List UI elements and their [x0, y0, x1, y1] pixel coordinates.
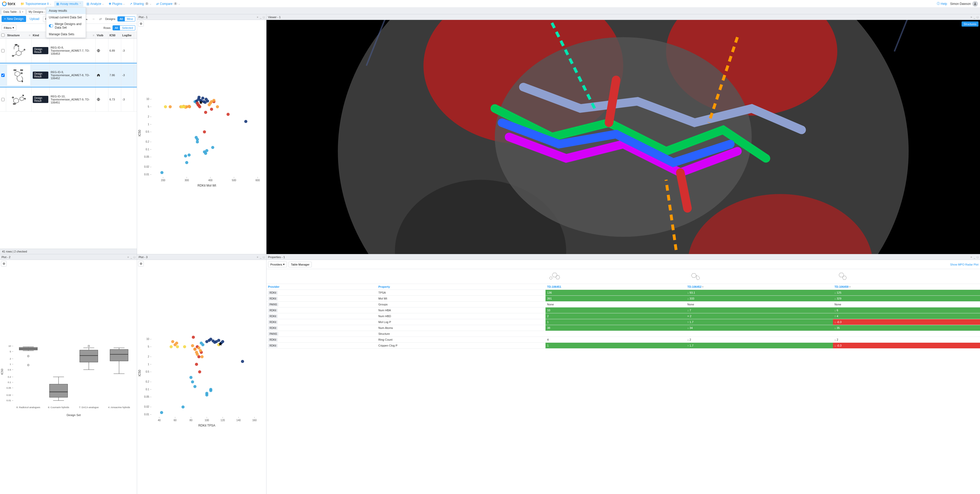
designs-all[interactable]: All	[118, 17, 125, 21]
arrow-right-icon[interactable]: →	[91, 16, 96, 21]
svg-text:160: 160	[252, 419, 256, 422]
close-icon[interactable]: ×	[849, 285, 851, 288]
close-icon[interactable]: ×	[22, 10, 23, 13]
radar-plot-link[interactable]: Show MPO Radar Plot	[950, 263, 978, 266]
property-value: ↓ -0.3	[833, 319, 980, 325]
nav-project[interactable]: 📁 Topoisomerase II ⌵	[18, 1, 53, 6]
viewer-3d-canvas[interactable]: Structures	[266, 20, 980, 254]
property-name: Mol Log P	[377, 319, 546, 325]
property-row: RDKitCrippen Clog P1↑ 1.7↓ -0.3	[266, 343, 980, 349]
molecule-thumbnail[interactable]: OHOHClS	[7, 65, 30, 85]
property-value: 4	[546, 337, 686, 343]
minimize-icon[interactable]: _	[130, 256, 132, 259]
new-design-button[interactable]: + New Design	[2, 16, 26, 22]
table-row[interactable]: ClHONNDesign ResultREG-ID-10, Topoisomer…	[0, 87, 137, 112]
column-menu-icon[interactable]: ≡	[29, 34, 30, 37]
table-manager-button[interactable]: Table Manager	[288, 262, 312, 267]
filters-button[interactable]: Filters ▾	[2, 25, 16, 31]
help-link[interactable]: ⓘ Help	[937, 2, 947, 6]
nav-plugins[interactable]: ✚ Plugins ⌵	[107, 1, 127, 6]
select-all-checkbox[interactable]	[1, 33, 5, 37]
dd-assay-results[interactable]: Assay results	[46, 7, 86, 14]
dd-manage[interactable]: Manage Data Sets	[46, 31, 86, 38]
nav-compare[interactable]: ⇄ Compare 8 ⌵	[154, 1, 182, 6]
maximize-icon[interactable]: □	[134, 256, 135, 259]
svg-point-218	[201, 343, 204, 346]
column-menu-icon[interactable]: ≡	[93, 34, 94, 37]
minimize-icon[interactable]: _	[974, 256, 975, 259]
plot-settings-button[interactable]: ⚙	[138, 21, 144, 27]
close-icon[interactable]: ×	[970, 256, 972, 259]
property-value: 1	[546, 343, 686, 349]
swap-icon[interactable]: ⇄	[98, 16, 103, 21]
svg-point-70	[197, 95, 200, 98]
molecule-thumbnail[interactable]: ClHONN	[7, 89, 30, 110]
folder-icon: 📁	[21, 2, 24, 6]
svg-text:0.1: 0.1	[146, 148, 149, 151]
close-icon[interactable]: ×	[127, 256, 129, 259]
svg-point-248	[199, 349, 202, 352]
upload-button[interactable]: Upload	[28, 16, 41, 22]
svg-point-57	[188, 154, 191, 157]
user-menu[interactable]: Simon Dawson	[950, 1, 978, 6]
visibility-cell[interactable]	[95, 38, 108, 63]
plot-settings-button[interactable]: ⚙	[1, 261, 6, 267]
svg-line-4	[21, 51, 24, 52]
dd-merge[interactable]: Merge Designs and Data Set	[46, 21, 86, 31]
col-provider: Provider	[266, 284, 377, 290]
maximize-icon[interactable]: □	[977, 256, 978, 259]
nav-sharing[interactable]: ↗ Sharing 0 ⌵	[127, 1, 153, 6]
designs-mine[interactable]: Mine	[125, 17, 135, 21]
nav-analyze[interactable]: ▥ Analyze ⌵	[84, 1, 106, 6]
molecule-thumbnail[interactable]: OOClHN	[7, 40, 30, 61]
app-logo: torx	[2, 2, 15, 6]
close-icon[interactable]: ×	[257, 16, 258, 19]
dd-unload[interactable]: Unload current Data Set	[46, 14, 86, 21]
svg-text:N: N	[22, 95, 24, 96]
compound-header[interactable]: TD-106451	[546, 284, 686, 290]
maximize-icon[interactable]: □	[263, 16, 265, 19]
visibility-cell[interactable]	[95, 87, 108, 111]
plot-settings-button[interactable]: ⚙	[138, 261, 144, 267]
svg-line-6	[14, 54, 16, 56]
minimize-icon[interactable]: _	[260, 256, 261, 259]
structures-button[interactable]: Structures	[962, 21, 978, 27]
row-checkbox[interactable]	[1, 74, 5, 77]
property-name: Num HBA	[377, 307, 546, 313]
row-checkbox[interactable]	[1, 49, 5, 52]
svg-text:0.01: 0.01	[144, 413, 150, 416]
rows-selected[interactable]: Selected	[120, 25, 135, 30]
nav-assay-results[interactable]: ▦ Assay results ⌃	[54, 1, 83, 6]
property-value: 38	[546, 325, 686, 331]
maximize-icon[interactable]: □	[263, 256, 265, 259]
plot1-chart[interactable]: 2003004005006000.010.020.050.10.20.51251…	[137, 20, 266, 254]
datatable-grid[interactable]: OOClHNDesign ResultREG-ID-8, Topoisomera…	[0, 38, 137, 249]
svg-text:0.05: 0.05	[144, 156, 150, 158]
maximize-icon[interactable]: □	[977, 16, 978, 19]
properties-panel: Properties - 1 × _ □ Providers ▾ Table M…	[266, 254, 980, 494]
minimize-icon[interactable]: _	[260, 16, 261, 19]
svg-point-78	[244, 120, 247, 123]
svg-text:5: 5	[148, 345, 150, 348]
svg-text:0.5: 0.5	[146, 370, 149, 373]
svg-text:600: 600	[256, 179, 260, 182]
providers-button[interactable]: Providers ▾	[268, 261, 287, 267]
close-icon[interactable]: ×	[702, 285, 703, 288]
table-row[interactable]: OOClHNDesign ResultREG-ID-8, Topoisomera…	[0, 38, 137, 63]
svg-text:0.02: 0.02	[6, 394, 11, 396]
plot3-chart[interactable]: 4060801001201401600.010.020.050.10.20.51…	[137, 260, 266, 494]
compound-header[interactable]: TD-106452×	[686, 284, 833, 290]
svg-point-246	[196, 353, 199, 356]
row-checkbox[interactable]	[1, 98, 5, 101]
tab-datatable[interactable]: Data Table - 1 ×	[1, 9, 26, 14]
rows-all[interactable]: All	[113, 25, 120, 30]
table-row[interactable]: OHOHClSDesign ResultREG-ID-9, Topoisomer…	[0, 63, 137, 87]
visibility-cell[interactable]	[95, 64, 108, 87]
compound-header[interactable]: TD-106459×	[833, 284, 980, 290]
svg-rect-158	[49, 384, 67, 397]
plot2-chart[interactable]: 0.010.020.050.10.20.512510IC50Design Set…	[0, 260, 137, 494]
toggle-switch[interactable]	[49, 24, 53, 27]
close-icon[interactable]: ×	[257, 256, 258, 259]
close-icon[interactable]: ×	[970, 16, 972, 19]
minimize-icon[interactable]: _	[974, 16, 975, 19]
